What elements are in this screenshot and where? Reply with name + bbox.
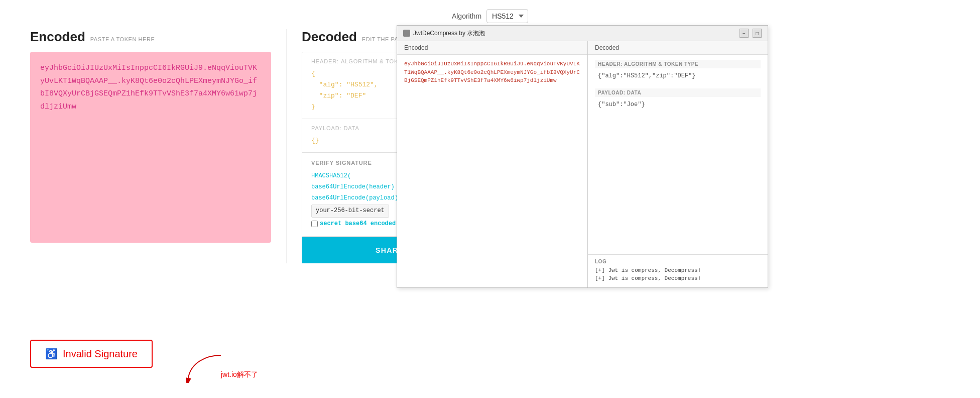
jwt-decompress-window: JwtDeCompress by 水泡泡 − □ Encoded eyJhbGc… xyxy=(397,25,768,288)
window-body: Encoded eyJhbGciOiJIUzUxMiIsInppcCI6IkRG… xyxy=(397,41,768,287)
window-icon xyxy=(403,30,410,37)
window-titlebar: JwtDeCompress by 水泡泡 − □ xyxy=(397,26,768,41)
jwt-encoded-text: eyJhbGciOiJIUzUxMiIsInppcCI6IkRGUiJ9.eNq… xyxy=(404,61,580,83)
jwt-decoded-pane: Decoded HEADER: ALGORITHM & TOKEN TYPE {… xyxy=(588,41,768,287)
jwt-decoded-header-value: {"alg":"HS512","zip":"DEF"} xyxy=(595,70,761,81)
encoded-textarea[interactable]: eyJhbGciOiJIUzUxMiIsInppcCI6IkRGUiJ9.eNq… xyxy=(30,52,271,243)
window-title-text: JwtDeCompress by 水泡泡 xyxy=(413,29,485,38)
base64-checkbox[interactable] xyxy=(311,221,318,227)
window-controls: − □ xyxy=(740,29,762,38)
invalid-signature-box: ♿ Invalid Signature xyxy=(30,340,153,368)
base64-checkbox-label[interactable]: secret base64 encoded xyxy=(311,219,396,230)
algorithm-label: Algorithm xyxy=(452,12,481,20)
jwt-decoded-header-label: HEADER: ALGORITHM & TOKEN TYPE xyxy=(595,60,761,68)
secret-input[interactable]: your-256-bit-secret xyxy=(311,205,389,218)
log-section: LOG [+] Jwt is compress, Decompress! [+]… xyxy=(588,254,768,287)
jwt-decoded-header: Decoded xyxy=(588,41,768,55)
jwt-encoded-content: eyJhbGciOiJIUzUxMiIsInppcCI6IkRGUiJ9.eNq… xyxy=(397,55,587,287)
jwt-decoded-payload-label: PAYLOAD: DATA xyxy=(595,88,761,97)
arrow-icon xyxy=(186,353,226,383)
invalid-icon: ♿ xyxy=(45,348,58,360)
jwt-decoded-payload-value: {"sub":"Joe"} xyxy=(595,99,761,110)
encoded-title-row: Encoded PASTE A TOKEN HERE xyxy=(30,29,271,45)
algorithm-select[interactable]: HS256 HS384 HS512 RS256 RS384 RS512 xyxy=(486,9,528,23)
jwt-decoded-header-block: HEADER: ALGORITHM & TOKEN TYPE {"alg":"H… xyxy=(595,60,761,81)
decoded-title: Decoded xyxy=(302,29,357,45)
encoded-section: Encoded PASTE A TOKEN HERE eyJhbGciOiJIU… xyxy=(30,29,286,263)
invalid-signature-text: Invalid Signature xyxy=(63,348,138,360)
jwt-encoded-pane: Encoded eyJhbGciOiJIUzUxMiIsInppcCI6IkRG… xyxy=(397,41,588,287)
jwt-decoded-payload-block: PAYLOAD: DATA {"sub":"Joe"} xyxy=(595,88,761,110)
encoded-title: Encoded xyxy=(30,29,85,45)
invalid-signature-area: ♿ Invalid Signature xyxy=(30,340,153,368)
jwt-encoded-header: Encoded xyxy=(397,41,587,55)
minimize-button[interactable]: − xyxy=(740,29,749,38)
annotation-text: jwt.io解不了 xyxy=(221,370,258,379)
jwt-decoded-content: HEADER: ALGORITHM & TOKEN TYPE {"alg":"H… xyxy=(588,55,768,254)
log-entry-1: [+] Jwt is compress, Decompress! xyxy=(595,267,761,273)
log-entry-2: [+] Jwt is compress, Decompress! xyxy=(595,275,761,281)
maximize-button[interactable]: □ xyxy=(753,29,762,38)
arrow-annotation: jwt.io解不了 xyxy=(186,353,258,383)
log-label: LOG xyxy=(595,259,761,264)
window-title: JwtDeCompress by 水泡泡 xyxy=(403,29,485,38)
encoded-subtitle: PASTE A TOKEN HERE xyxy=(90,36,155,42)
